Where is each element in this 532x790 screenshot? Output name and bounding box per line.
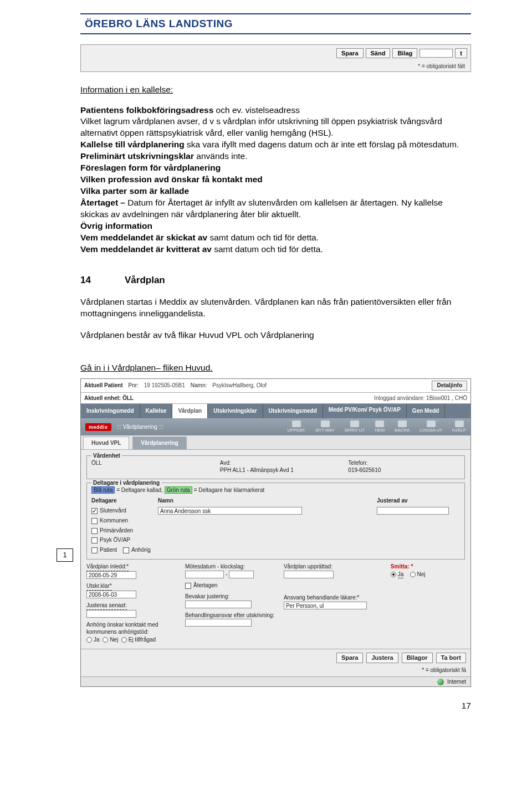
rdo-ja[interactable]	[86, 637, 92, 643]
namn-label: Namn:	[191, 382, 207, 389]
p4-bold: Preliminärt utskrivningsklar	[80, 151, 194, 161]
ansvarig-lakare-input[interactable]: Per Persson, ul	[284, 602, 367, 609]
bevakar-justering-input[interactable]	[185, 601, 252, 608]
bilag-button[interactable]: Bilag	[392, 48, 417, 59]
avd-label: Avd:	[220, 459, 332, 467]
section-14-p1: Vårdplanen startas i Meddix av slutenvår…	[80, 296, 471, 320]
utskrklar-input[interactable]: 2008-06-03	[86, 591, 136, 598]
status-bar: Internet	[81, 676, 470, 687]
unknown-button[interactable]: t	[455, 48, 467, 59]
chk-patient[interactable]	[91, 547, 98, 553]
motesdatum-label: Mötesdatum - klockslag:	[185, 563, 276, 571]
rdo-smitta-nej[interactable]	[410, 572, 416, 577]
rdo-smitta-ja-lbl: Ja	[398, 571, 404, 579]
backa-icon[interactable]: BACKA	[395, 420, 410, 434]
atertagen-label: Återtagen	[193, 582, 217, 588]
rdo-nej-lbl: Nej	[110, 637, 118, 643]
tab-medd-pv[interactable]: Medd PV/Kom/ Psyk ÖV/AP	[323, 404, 407, 418]
sand-button[interactable]: Sänd	[366, 48, 391, 59]
namn-slutenvard-input[interactable]: Anna Andersson ssk	[158, 507, 302, 515]
inloggad-label: Inloggad användare: 1Bisw001 , CHÖ	[374, 394, 467, 402]
section-14-title: Vårdplan	[125, 275, 165, 285]
subtab-huvud-vpl[interactable]: Huvud VPL	[83, 437, 129, 449]
page-number: 17	[80, 700, 471, 712]
chk-psyk-ov-ap[interactable]	[91, 537, 98, 543]
p9: Övrig information	[80, 220, 471, 232]
page-header: ÖREBRO LÄNS LANDSTING	[80, 13, 471, 34]
subtab-vardplanering[interactable]: Vårdplanering	[132, 437, 186, 449]
rdo-smitta-ja[interactable]	[391, 572, 396, 577]
tab-gen-medd[interactable]: Gen Medd	[407, 404, 445, 418]
vardenhet-fieldset: Vårdenhet ÖLL Avd: PPH ALL1 - Allmänpsyk…	[86, 455, 465, 479]
detaljinfo-button[interactable]: Detaljinfo	[432, 381, 467, 391]
lbl-kommunen: Kommunen	[100, 517, 128, 524]
chk-slutenvard[interactable]	[91, 508, 98, 514]
rdo-ej-tillfragad[interactable]	[121, 637, 127, 643]
logga-ut-icon[interactable]: LOGGA UT	[420, 420, 442, 434]
klockslag-input[interactable]	[229, 571, 254, 578]
p3-rest: ska vara ifyllt med dagens datum och är …	[185, 140, 459, 149]
app-patient-bar: Aktuell Patient Pnr: 19 192505-05B1 Namn…	[81, 379, 470, 393]
utskrklar-label: Utskr.klar*	[86, 582, 112, 591]
callout-badge-1: 1	[57, 548, 73, 562]
bevakar-justering-label: Bevakar justering:	[185, 593, 276, 601]
justerad-slutenvard-input[interactable]	[377, 507, 449, 515]
header-title: ÖREBRO LÄNS LANDSTING	[85, 18, 233, 29]
skriv-ut-icon[interactable]: SKRIV UT	[344, 420, 365, 434]
section-14-num: 14	[80, 274, 125, 287]
lbl-primarvarden: Primärvården	[100, 527, 133, 533]
avd-value: PPH ALL1 - Allmänpsyk Avd 1	[220, 466, 332, 474]
footer-justera-button[interactable]: Justera	[366, 653, 398, 663]
p5: Föreslagen form för vårdplanering	[80, 162, 471, 174]
behandlingsansvar-input[interactable]	[185, 619, 252, 627]
motesdatum-input[interactable]	[185, 571, 224, 578]
vardenhet-col1-val: ÖLL	[91, 459, 203, 467]
rdo-nej[interactable]	[103, 637, 108, 643]
bla-ruta-desc: = Deltagare kallad,	[115, 487, 164, 493]
vardplan-upprattad-input[interactable]	[284, 571, 334, 578]
rdo-ej-lbl: Ej tillfrågad	[129, 637, 156, 643]
aktuell-patient-label: Aktuell Patient	[84, 382, 122, 389]
spara-button[interactable]: Spara	[336, 48, 364, 59]
meddix-logo: meddix	[85, 423, 111, 431]
dash: -	[226, 571, 227, 577]
p1-bold: Patientens folkbokföringsadress	[80, 105, 213, 115]
footer-obligatoriskt-note: * = obligatoriskt fä	[81, 665, 470, 676]
tab-utskrivningsklar[interactable]: Utskrivningsklar	[208, 404, 263, 418]
tab-utskrivningsmedd[interactable]: Utskrivningsmedd	[263, 404, 323, 418]
uppdat-icon[interactable]: UPPDAT.	[288, 420, 306, 434]
chk-anhorig[interactable]	[123, 547, 129, 553]
chk-atertagen[interactable]	[185, 583, 191, 589]
lbl-patient: Patient	[100, 547, 117, 553]
deltagare-legend: Deltagare i vårdplanering	[91, 479, 161, 487]
tab-inskrivningsmedd[interactable]: Inskrivningsmedd	[81, 404, 140, 418]
pnr-label: Pnr:	[128, 382, 138, 389]
justeras-senast-input[interactable]	[86, 610, 136, 618]
section-14-p3: Gå in i i Vårdplanen– fliken Huvud.	[80, 362, 471, 374]
tab-kallelse[interactable]: Kallelse	[140, 404, 173, 418]
lbl-slutenvard: Slutenvård	[100, 507, 126, 514]
vardplan-inledd-input[interactable]: 2008-05-29	[86, 571, 136, 579]
info-section: Information i en kallelse: Patientens fo…	[80, 84, 471, 255]
footer-spara-button[interactable]: Spara	[336, 653, 364, 663]
namn-value: PsykIswHallberg, Olof	[212, 382, 267, 389]
byt-anv-icon[interactable]: BYT ANV	[316, 420, 335, 434]
internet-icon	[437, 679, 444, 685]
chk-kommunen[interactable]	[91, 518, 98, 524]
rdo-ja-lbl: Ja	[94, 637, 100, 643]
p10-bold: Vem meddelandet är skickat av	[80, 233, 207, 242]
crumb-section: ::: Vårdplanering :::	[117, 423, 164, 431]
chk-primarvarden[interactable]	[91, 528, 98, 534]
hjalp-icon[interactable]: HJÄLP	[452, 420, 466, 434]
rdo-smitta-nej-lbl: Nej	[417, 571, 426, 577]
app-footer: Spara Justera Bilagor Ta bort	[81, 649, 470, 665]
vardplan-upprattad-label: Vårdplan upprättad:	[284, 563, 383, 571]
gron-ruta-chip: Grön ruta	[165, 486, 192, 494]
tab-vardplan[interactable]: Vårdplan	[172, 404, 208, 418]
p7: Vilka parter som är kallade	[80, 186, 471, 197]
gron-ruta-desc: = Deltagare har klarmarkerat	[192, 487, 264, 493]
footer-ta-bort-button[interactable]: Ta bort	[436, 653, 466, 663]
blank-dropdown[interactable]	[420, 49, 453, 58]
hem-icon[interactable]: HEM	[375, 420, 385, 434]
footer-bilagor-button[interactable]: Bilagor	[402, 653, 433, 663]
